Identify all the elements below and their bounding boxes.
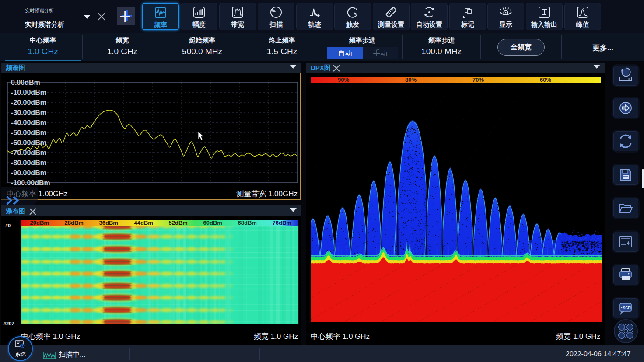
svg-text:-20.00dBm: -20.00dBm [11,99,46,106]
svg-text:-76dBm: -76dBm [270,219,291,226]
svg-text:-10.00dBm: -10.00dBm [11,89,46,96]
svg-text:-36dBm: -36dBm [97,219,118,226]
svg-text:-50.00dBm: -50.00dBm [11,129,46,136]
svg-text:#297: #297 [4,321,14,326]
svg-text:#0: #0 [5,223,10,228]
svg-text:70%: 70% [472,77,484,83]
svg-text:-30.00dBm: -30.00dBm [11,109,46,116]
svg-text:-70.00dBm: -70.00dBm [11,149,46,157]
svg-text:-80.00dBm: -80.00dBm [11,159,46,167]
svg-text:90%: 90% [338,77,349,83]
svg-text:-28dBm: -28dBm [63,219,84,226]
svg-text:0.00dBm: 0.00dBm [11,79,40,86]
svg-text:-90.00dBm: -90.00dBm [11,169,46,177]
svg-text:80%: 80% [405,77,416,83]
svg-text:SCPI: SCPI [623,306,632,310]
svg-text:-44dBm: -44dBm [132,219,153,226]
svg-text:-60dBm: -60dBm [201,219,222,226]
svg-text:-60.00dBm: -60.00dBm [11,139,46,146]
svg-text:-52dBm: -52dBm [167,219,188,226]
svg-text:-100.00dBm: -100.00dBm [11,179,50,187]
svg-text:-68dBm: -68dBm [236,219,257,226]
svg-text:-40.00dBm: -40.00dBm [11,119,46,126]
svg-text:-20dBm: -20dBm [28,219,49,226]
svg-text:60%: 60% [540,77,551,83]
